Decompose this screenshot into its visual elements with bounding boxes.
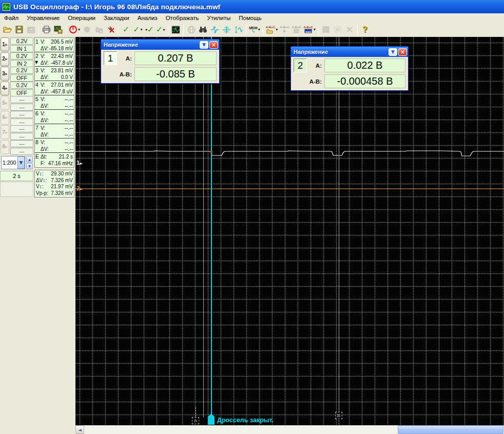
arrow-right-icon: ▸ xyxy=(163,27,165,32)
zoom-decrease-button[interactable]: ▼ xyxy=(26,163,33,170)
window-titlebar[interactable]: USB Осциллограф - I:\ Игорь 96 08\Лябда … xyxy=(0,0,504,13)
channel-4-input[interactable]: OFF xyxy=(10,89,33,96)
memory-button[interactable]: MEM ∿ ▾ xyxy=(248,24,261,35)
display-mode-icon xyxy=(171,26,180,34)
channel-3-gain[interactable]: 0.2V xyxy=(10,67,33,74)
toolbar-separator xyxy=(168,25,168,35)
channel-2-button[interactable]: 2▶ xyxy=(1,52,9,66)
window-dropdown-button[interactable]: ▼ xyxy=(389,48,397,56)
menu-analysis[interactable]: Анализ xyxy=(133,14,162,22)
menu-utilities[interactable]: Утилиты xyxy=(203,14,235,22)
settings-folder-icon xyxy=(95,26,103,33)
measurement-panel: 1 V:206.5 mV ΔV:-85.18 mV 2 ▼ V:22.43 mV… xyxy=(34,37,74,168)
cursor-a-line[interactable] xyxy=(203,37,204,418)
channel-sidebar: 1▶ 0.2V IN 1 2▶ 0.2V IN 2 3▶ 0.2V OFF xyxy=(0,37,75,425)
dropdown-arrow-icon: ▾ xyxy=(276,27,278,32)
dropdown-arrow-icon: ▾ xyxy=(258,27,260,32)
fit-cursors-button[interactable] xyxy=(221,24,232,35)
measure-previous-button[interactable]: ◂✓ xyxy=(143,24,154,35)
bookmark-marker-line[interactable] xyxy=(211,37,212,415)
channel-7-gain: --- xyxy=(10,125,33,132)
close-icon: × xyxy=(211,42,216,48)
measure-options-button[interactable]: ✓▾ xyxy=(132,24,143,35)
channel-1-input[interactable]: IN 1 xyxy=(10,45,33,52)
fit-cursors-icon xyxy=(222,26,231,34)
check-icon: ✓ xyxy=(133,26,140,34)
channel-4-row: 4▶ 0.2V OFF xyxy=(1,82,33,95)
measure-next-button[interactable]: ✓▸ xyxy=(155,24,166,35)
channel-1-button[interactable]: 1▶ xyxy=(1,37,9,51)
horizontal-scrollbar[interactable]: ◄ xyxy=(75,425,504,434)
voltage-window-title: Напряжение xyxy=(104,42,199,48)
ch4-delta-voltage: -457.8 uV xyxy=(51,88,73,95)
channel-3-button[interactable]: 3▶ xyxy=(1,67,9,81)
channel-1-zero-marker[interactable]: 1► xyxy=(76,160,83,167)
autoscale-button[interactable] xyxy=(232,24,244,35)
frame-delete-button xyxy=(344,24,356,35)
voltage-window-2-titlebar[interactable]: Напряжение ▼ × xyxy=(291,47,408,57)
channel-2-zero-marker[interactable]: 2► xyxy=(76,185,83,192)
toolbar-separator xyxy=(246,25,246,35)
menu-file[interactable]: Файл xyxy=(0,14,23,22)
window-dropdown-button[interactable]: ▼ xyxy=(200,41,208,49)
acquisition-settings-button xyxy=(93,24,105,35)
help-button[interactable]: ? xyxy=(359,24,371,35)
channel-expand-icon: ▶ xyxy=(5,56,8,62)
zoom-dropdown-icon[interactable]: ▼ xyxy=(17,156,25,169)
save-floppy-icon xyxy=(15,26,23,33)
zoom-select[interactable]: 1:200 ▼ xyxy=(1,156,25,169)
channel-8-row: 8▶ --- --- xyxy=(1,140,33,154)
scroll-left-button[interactable]: ◄ xyxy=(75,425,84,434)
save-image-button[interactable] xyxy=(52,24,64,35)
stop-acquisition-button[interactable]: ▾ xyxy=(68,24,81,35)
scrollbar-thumb[interactable] xyxy=(398,425,503,434)
math-save-icon: A:B+C xyxy=(292,26,301,33)
save-button[interactable] xyxy=(13,24,25,35)
value-a-label: A: xyxy=(308,58,323,72)
menu-operations[interactable]: Операции xyxy=(64,14,100,22)
value-ab: -0.000458 В xyxy=(324,74,405,88)
channel-1-gain[interactable]: 0.2V xyxy=(10,37,33,45)
channel-5-button: 5▶ xyxy=(1,96,9,110)
scope-display[interactable]: A B Дроссель закрыт. 1► 2► xyxy=(75,37,504,425)
display-mode-button[interactable] xyxy=(170,24,182,35)
channel-2-input[interactable]: IN 2 xyxy=(10,60,33,67)
timebase-field[interactable]: 2 s xyxy=(0,171,33,181)
channel-4-gain[interactable]: 0.2V xyxy=(10,82,33,89)
open-file-button[interactable] xyxy=(2,24,13,35)
binoculars-icon xyxy=(199,26,207,33)
channel-5-input: --- xyxy=(10,104,33,111)
zoom-increase-button[interactable]: ▲ xyxy=(26,156,33,163)
statusbar-corner xyxy=(0,425,75,434)
chevron-down-icon: ▼ xyxy=(202,42,206,47)
memory-icon: MEM ∿ xyxy=(249,26,257,33)
math-open-button[interactable]: A:B+C ▾ xyxy=(265,24,279,35)
channel-3-input[interactable]: OFF xyxy=(10,74,33,82)
cursor-b-line[interactable] xyxy=(339,37,339,412)
fit-vertical-button[interactable] xyxy=(209,24,221,35)
chevron-left-icon: ◄ xyxy=(78,427,82,432)
menu-bookmarks[interactable]: Закладки xyxy=(100,14,133,22)
menu-display[interactable]: Отображать xyxy=(162,14,203,22)
find-button[interactable] xyxy=(197,24,209,35)
channel-2-gain[interactable]: 0.2V xyxy=(10,52,33,60)
measure-button[interactable]: ✓ xyxy=(120,24,132,35)
toolbar-separator xyxy=(38,25,39,35)
toolbar-separator xyxy=(357,25,358,35)
cursor-a-handle[interactable]: A xyxy=(192,417,199,424)
window-close-button[interactable]: × xyxy=(398,48,407,56)
meas-channel-4: 4 V:27.01 mV ΔV:-457.8 uV xyxy=(35,81,74,95)
menu-help[interactable]: Помощь xyxy=(235,14,265,22)
voltage-window-1-titlebar[interactable]: Напряжение ▼ × xyxy=(101,40,219,50)
print-button[interactable] xyxy=(41,24,52,35)
cursor-b-handle[interactable]: B xyxy=(335,412,342,419)
bookmark-label: Дроссель закрыт. xyxy=(217,417,274,424)
channel-4-button[interactable]: 4▶ xyxy=(1,82,9,95)
channel-expand-icon: ▶ xyxy=(5,101,8,106)
math-display-button[interactable]: A:B+C ▾ xyxy=(302,24,317,35)
window-close-button[interactable]: × xyxy=(209,41,218,49)
value-ab-label: A-B: xyxy=(118,67,133,81)
toolbar-separator xyxy=(263,25,263,35)
menu-control[interactable]: Управление xyxy=(23,14,64,22)
clear-oscillogram-button[interactable] xyxy=(105,24,117,35)
